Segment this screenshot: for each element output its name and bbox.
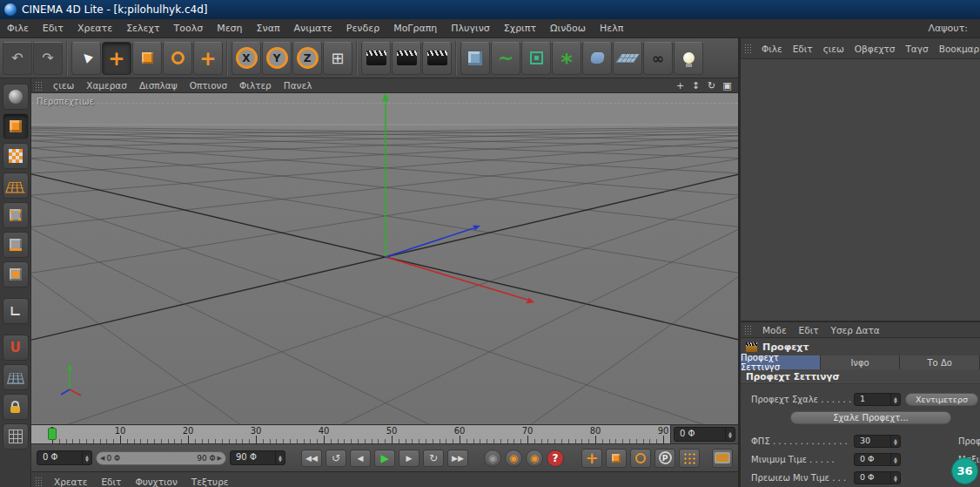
project-scale-field[interactable]: 1: [854, 393, 901, 406]
drag-grip-icon[interactable]: [744, 44, 753, 53]
polygons-mode-button[interactable]: [3, 261, 29, 287]
menu-help[interactable]: Ηελπ: [593, 19, 630, 38]
menu-window[interactable]: Ωινδοω: [543, 19, 593, 38]
menu-file[interactable]: Φιλε: [0, 19, 36, 38]
open-timeline-button[interactable]: [712, 449, 733, 468]
make-editable-button[interactable]: [3, 84, 29, 110]
move-tool-button[interactable]: +: [102, 42, 131, 75]
live-selection-button[interactable]: ▶: [71, 42, 101, 75]
play-button[interactable]: ▶: [374, 450, 395, 467]
menu-script[interactable]: Σχριπτ: [497, 19, 543, 38]
stepper-icon[interactable]: [725, 428, 735, 441]
model-mode-button[interactable]: [3, 113, 29, 139]
drag-grip-icon[interactable]: [35, 81, 44, 91]
edges-mode-button[interactable]: [3, 232, 29, 258]
workplane-mode-button[interactable]: [3, 172, 29, 199]
redo-button[interactable]: ↷: [33, 42, 63, 75]
menu-mesh[interactable]: Μεση: [210, 19, 249, 38]
preview-min-time-field[interactable]: 0 Φ: [854, 471, 901, 484]
add-light-button[interactable]: [674, 42, 703, 75]
add-spline-button[interactable]: ~: [491, 42, 520, 75]
menu-select[interactable]: Σελεχτ: [119, 19, 166, 38]
menu-animate[interactable]: Ανιματε: [287, 19, 339, 38]
goto-start-button[interactable]: ◀◀: [301, 450, 322, 467]
lock-workplane-button[interactable]: [3, 394, 29, 420]
texture-mode-button[interactable]: [3, 143, 29, 169]
material-menu-function[interactable]: Φυνχτιον: [128, 477, 184, 487]
dolly-view-icon[interactable]: ↕: [689, 79, 702, 91]
tab-info[interactable]: Ινφο: [821, 355, 901, 369]
autokey-button[interactable]: ◉: [484, 450, 501, 467]
coordinate-system-button[interactable]: ⊞: [323, 42, 352, 75]
toggle-view-icon[interactable]: ▣: [721, 79, 734, 91]
menu-snap[interactable]: Σναπ: [250, 19, 287, 38]
next-frame-button[interactable]: ▶: [399, 450, 420, 467]
tab-project-settings[interactable]: Προφεχτ Σεττινγσ: [741, 355, 821, 369]
am-menu-mode[interactable]: Μοδε: [756, 325, 793, 335]
rotate-view-icon[interactable]: ↻: [705, 79, 718, 91]
drag-grip-icon[interactable]: [744, 325, 753, 335]
add-mograph-button[interactable]: *: [552, 42, 581, 75]
viewport-menu-options[interactable]: Οπτιονσ: [184, 78, 233, 93]
timeline-ruler[interactable]: 0 10 20 30 40 50 60 70 80 90: [31, 425, 670, 443]
drag-grip-icon[interactable]: [35, 477, 44, 486]
key-rotation-button[interactable]: [630, 449, 651, 468]
om-menu-view[interactable]: ςιεω: [818, 44, 849, 54]
previous-frame-button[interactable]: ◀: [350, 450, 371, 467]
key-scale-button[interactable]: [606, 449, 627, 468]
current-frame-field[interactable]: 0 Φ: [674, 427, 735, 442]
add-primitive-cube-button[interactable]: [460, 42, 490, 75]
om-menu-tags[interactable]: Ταγσ: [900, 44, 933, 54]
menu-mograph[interactable]: ΜοΓραπη: [386, 19, 444, 38]
snap-button[interactable]: U: [3, 335, 29, 361]
menu-plugins[interactable]: Πλυγινσ: [444, 19, 497, 38]
add-camera-button[interactable]: ∞: [643, 42, 673, 75]
help-button[interactable]: ?: [547, 450, 564, 467]
stepper-icon[interactable]: [890, 394, 900, 405]
menu-edit[interactable]: Εδιτ: [36, 19, 70, 38]
material-menu-texture[interactable]: Τεξτυρε: [185, 477, 236, 487]
key-parameter-button[interactable]: P: [654, 449, 675, 468]
key-point-level-button[interactable]: [679, 449, 700, 468]
record-keyframe-button[interactable]: ◉: [505, 450, 522, 467]
om-menu-file[interactable]: Φιλε: [756, 44, 788, 54]
grid-snap-button[interactable]: [3, 423, 29, 450]
scale-tool-button[interactable]: [132, 42, 162, 75]
am-menu-user-data[interactable]: Υσερ Δατα: [825, 325, 886, 335]
unit-dropdown[interactable]: Χεντιμετερσ: [905, 393, 978, 406]
scale-project-button[interactable]: Σχαλε Προφεχτ...: [790, 411, 951, 424]
material-menu-edit[interactable]: Εδιτ: [94, 477, 128, 487]
playhead[interactable]: [48, 428, 57, 440]
end-frame-spinner[interactable]: 90 Φ: [230, 450, 285, 465]
preview-range-slider[interactable]: 0 Φ 90 Φ: [96, 451, 226, 465]
stepper-icon[interactable]: [275, 451, 285, 464]
enable-axis-button[interactable]: ∟: [3, 298, 29, 324]
stepper-icon[interactable]: [890, 436, 900, 447]
perspective-viewport[interactable]: Περσπεχτιωε: [31, 93, 738, 424]
pan-view-icon[interactable]: +: [674, 79, 687, 91]
rotate-tool-button[interactable]: [163, 42, 192, 75]
previous-key-button[interactable]: ↺: [326, 450, 346, 467]
viewport-menu-cameras[interactable]: Χαμερασ: [80, 78, 133, 93]
points-mode-button[interactable]: [3, 202, 29, 228]
viewport-menu-filter[interactable]: Φιλτερ: [233, 78, 278, 93]
add-floor-button[interactable]: [613, 42, 642, 75]
add-subdivision-surface-button[interactable]: [521, 42, 551, 75]
z-axis-lock-button[interactable]: Z: [292, 42, 322, 75]
object-list[interactable]: [741, 59, 980, 321]
om-menu-edit[interactable]: Εδιτ: [788, 44, 818, 54]
stepper-icon[interactable]: [890, 472, 900, 484]
undo-button[interactable]: ↶: [3, 42, 32, 75]
menu-render[interactable]: Ρενδερ: [339, 19, 386, 38]
render-view-button[interactable]: [361, 42, 391, 75]
minimum-time-field[interactable]: 0 Φ: [854, 453, 901, 466]
goto-end-button[interactable]: ▶▶: [447, 450, 468, 467]
viewport-menu-view[interactable]: ςιεω: [47, 78, 80, 93]
tab-todo[interactable]: Το Δο: [900, 355, 980, 369]
material-menu-create[interactable]: Χρεατε: [47, 477, 94, 487]
am-menu-edit[interactable]: Εδιτ: [793, 325, 825, 335]
fps-field[interactable]: 30: [854, 435, 901, 448]
key-position-button[interactable]: +: [581, 449, 602, 468]
om-menu-bookmarks[interactable]: Βοοκμαρκ: [934, 44, 980, 54]
viewport-menu-panel[interactable]: Πανελ: [278, 78, 319, 93]
